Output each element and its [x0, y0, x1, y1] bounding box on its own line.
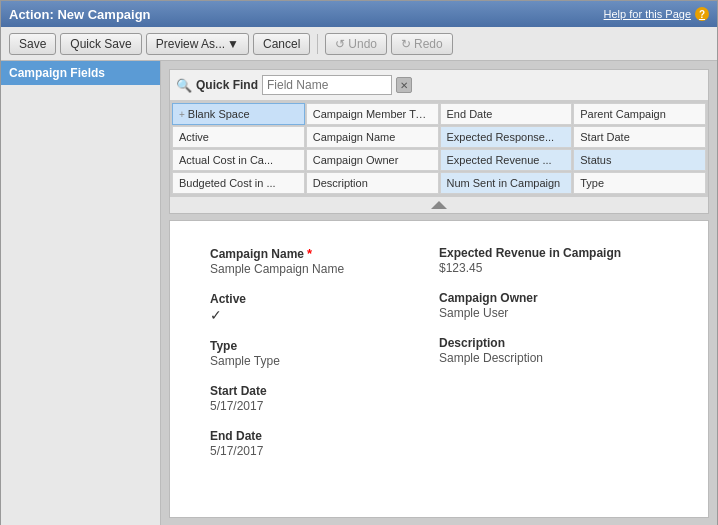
quick-find-bar: 🔍 Quick Find ✕	[170, 70, 708, 101]
preview-left-col: Campaign Name * Sample Campaign Name Act…	[210, 246, 439, 474]
left-panel: Campaign Fields	[1, 61, 161, 525]
help-link-text: Help for this Page	[604, 8, 691, 20]
quick-find-clear-button[interactable]: ✕	[396, 77, 412, 93]
preview-label-description: Description	[439, 336, 668, 350]
field-expected-response[interactable]: Expected Response...	[440, 126, 573, 148]
help-icon: ?	[695, 7, 709, 21]
preview-value-campaign-owner: Sample User	[439, 306, 668, 320]
field-parent-campaign[interactable]: Parent Campaign	[573, 103, 706, 125]
field-active[interactable]: Active	[172, 126, 305, 148]
preview-field-start-date: Start Date 5/17/2017	[210, 384, 439, 413]
preview-value-description: Sample Description	[439, 351, 668, 365]
save-button[interactable]: Save	[9, 33, 56, 55]
search-icon: 🔍	[176, 78, 192, 93]
preview-value-campaign-name: Sample Campaign Name	[210, 262, 439, 276]
cancel-button[interactable]: Cancel	[253, 33, 310, 55]
preview-section: Campaign Name * Sample Campaign Name Act…	[169, 220, 709, 518]
field-budgeted-cost[interactable]: Budgeted Cost in ...	[172, 172, 305, 194]
preview-value-expected-revenue: $123.45	[439, 261, 668, 275]
field-campaign-member-type[interactable]: Campaign Member Type	[306, 103, 439, 125]
field-blank-space[interactable]: + Blank Space	[172, 103, 305, 125]
undo-icon: ↺	[335, 37, 345, 51]
help-link[interactable]: Help for this Page ?	[604, 7, 709, 21]
preview-label-start-date: Start Date	[210, 384, 439, 398]
field-expected-revenue[interactable]: Expected Revenue ...	[440, 149, 573, 171]
preview-value-active: ✓	[210, 307, 439, 323]
required-star-campaign-name: *	[307, 246, 312, 261]
field-campaign-owner[interactable]: Campaign Owner	[306, 149, 439, 171]
preview-label-active: Active	[210, 292, 439, 306]
field-campaign-name[interactable]: Campaign Name	[306, 126, 439, 148]
chevron-down-icon: ▼	[227, 37, 239, 51]
field-status[interactable]: Status	[573, 149, 706, 171]
preview-field-campaign-name: Campaign Name * Sample Campaign Name	[210, 246, 439, 276]
preview-label-type: Type	[210, 339, 439, 353]
preview-columns: Campaign Name * Sample Campaign Name Act…	[210, 246, 668, 474]
preview-as-button[interactable]: Preview As... ▼	[146, 33, 249, 55]
fields-grid: + Blank Space Campaign Member Type End D…	[170, 101, 708, 196]
preview-field-type: Type Sample Type	[210, 339, 439, 368]
scroll-indicator[interactable]	[170, 196, 708, 213]
field-num-sent[interactable]: Num Sent in Campaign	[440, 172, 573, 194]
field-start-date[interactable]: Start Date	[573, 126, 706, 148]
preview-field-end-date: End Date 5/17/2017	[210, 429, 439, 458]
preview-value-end-date: 5/17/2017	[210, 444, 439, 458]
quick-save-button[interactable]: Quick Save	[60, 33, 141, 55]
quick-find-input[interactable]	[262, 75, 392, 95]
preview-label-expected-revenue: Expected Revenue in Campaign	[439, 246, 668, 260]
redo-button[interactable]: ↻ Redo	[391, 33, 453, 55]
quick-find-label: Quick Find	[196, 78, 258, 92]
preview-field-description: Description Sample Description	[439, 336, 668, 365]
preview-value-type: Sample Type	[210, 354, 439, 368]
field-actual-cost[interactable]: Actual Cost in Ca...	[172, 149, 305, 171]
campaign-fields-header: Campaign Fields	[1, 61, 160, 85]
preview-label-campaign-owner: Campaign Owner	[439, 291, 668, 305]
picker-section: 🔍 Quick Find ✕ + Blank Space Campaign Me…	[169, 69, 709, 214]
preview-field-campaign-owner: Campaign Owner Sample User	[439, 291, 668, 320]
preview-label-end-date: End Date	[210, 429, 439, 443]
toolbar-separator	[317, 34, 318, 54]
content-wrapper: 🔍 Quick Find ✕ + Blank Space Campaign Me…	[161, 61, 717, 525]
field-type[interactable]: Type	[573, 172, 706, 194]
undo-button[interactable]: ↺ Undo	[325, 33, 387, 55]
preview-value-start-date: 5/17/2017	[210, 399, 439, 413]
page-title: Action: New Campaign	[9, 7, 151, 22]
field-end-date[interactable]: End Date	[440, 103, 573, 125]
redo-icon: ↻	[401, 37, 411, 51]
field-description[interactable]: Description	[306, 172, 439, 194]
preview-right-col: Expected Revenue in Campaign $123.45 Cam…	[439, 246, 668, 474]
main-content: Campaign Fields 🔍 Quick Find ✕	[1, 61, 717, 525]
header-bar: Action: New Campaign Help for this Page …	[1, 1, 717, 27]
preview-label-campaign-name: Campaign Name *	[210, 246, 439, 261]
scroll-down-arrow	[431, 201, 447, 209]
drag-icon: +	[179, 109, 185, 120]
preview-field-expected-revenue: Expected Revenue in Campaign $123.45	[439, 246, 668, 275]
preview-field-active: Active ✓	[210, 292, 439, 323]
toolbar: Save Quick Save Preview As... ▼ Cancel ↺…	[1, 27, 717, 61]
